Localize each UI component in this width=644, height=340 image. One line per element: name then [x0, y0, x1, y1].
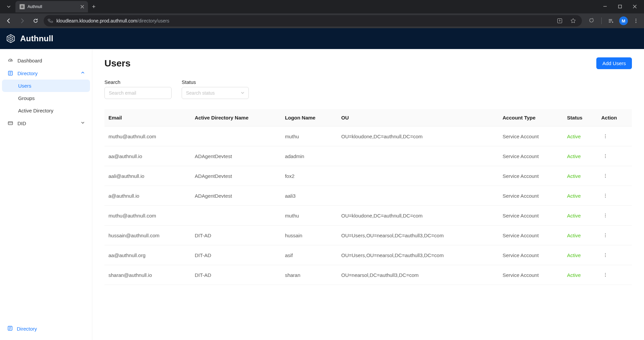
cell-logon-name: fox2 [281, 166, 337, 186]
row-action-menu[interactable] [601, 271, 609, 279]
cell-ou [337, 146, 498, 166]
row-action-menu[interactable] [601, 132, 609, 140]
sidebar-item-dashboard[interactable]: Dashboard [2, 54, 90, 67]
cell-ou [337, 186, 498, 206]
svg-point-45 [605, 215, 606, 216]
sidebar-item-directory[interactable]: Directory [2, 67, 90, 80]
status-badge: Active [567, 213, 581, 218]
sidebar-bottom-directory[interactable]: Directory [2, 322, 90, 335]
cell-action [597, 186, 632, 206]
cell-account-type: Service Account [499, 226, 563, 245]
row-action-menu[interactable] [601, 211, 609, 220]
add-users-button[interactable]: Add Users [596, 57, 632, 69]
svg-point-14 [636, 22, 637, 23]
directory-icon [7, 70, 13, 76]
cell-ad-name: DIT-AD [191, 245, 281, 265]
row-action-menu[interactable] [601, 152, 609, 160]
cell-logon-name: aali3 [281, 186, 337, 206]
cell-status: Active [563, 186, 597, 206]
address-bar[interactable]: kloudlearn.kloudone.prod.authnull.com/di… [44, 15, 582, 27]
status-placeholder: Search status [186, 90, 215, 96]
cell-email: a@authnull.io [104, 186, 191, 206]
media-controls-button[interactable] [606, 16, 616, 26]
dots-vertical-icon [603, 253, 608, 257]
tab-area: Authnull + [3, 1, 100, 12]
search-input[interactable] [104, 87, 172, 99]
chrome-menu-button[interactable] [631, 16, 641, 26]
filter-status: Status Search status [182, 79, 249, 99]
dots-vertical-icon [603, 213, 608, 218]
cell-logon-name: adadmin [281, 146, 337, 166]
sidebar-item-groups[interactable]: Groups [2, 92, 90, 104]
install-app-button[interactable] [555, 16, 564, 26]
cell-ou: OU=Users,OU=nearsol,DC=authull3,DC=com [337, 226, 498, 245]
cell-status: Active [563, 226, 597, 245]
sidebar-item-label: Directory [17, 70, 38, 76]
search-label: Search [104, 79, 172, 85]
cell-action [597, 265, 632, 285]
table-row: a@authnull.ioADAgentDevtestaali3Service … [104, 186, 632, 206]
cell-status: Active [563, 206, 597, 226]
page-title: Users [104, 58, 131, 69]
cell-logon-name: muthu [281, 127, 337, 146]
nav-reload-button[interactable] [30, 15, 41, 26]
window-minimize-button[interactable] [601, 4, 609, 9]
row-action-menu[interactable] [601, 192, 609, 200]
table-row: aa@authnull.orgDIT-ADasifOU=Users,OU=nea… [104, 245, 632, 265]
nav-forward-button[interactable] [17, 15, 28, 26]
svg-rect-1 [21, 5, 24, 8]
svg-point-35 [605, 154, 606, 155]
status-badge: Active [567, 173, 581, 179]
tab-close-button[interactable] [81, 4, 84, 9]
sidebar-item-users[interactable]: Users [2, 80, 90, 92]
svg-point-55 [605, 276, 606, 277]
new-tab-button[interactable]: + [88, 3, 100, 10]
media-icon [608, 18, 614, 24]
row-action-menu[interactable] [601, 231, 609, 239]
cell-account-type: Service Account [499, 206, 563, 226]
cell-status: Active [563, 127, 597, 146]
cell-action [597, 146, 632, 166]
site-settings-icon[interactable] [48, 18, 53, 23]
col-action: Action [597, 109, 632, 127]
chevron-down-icon [241, 90, 244, 96]
cell-ou: OU=kloudone,DC=authnull,DC=com [337, 206, 498, 226]
row-action-menu[interactable] [601, 172, 609, 180]
window-maximize-button[interactable] [616, 4, 624, 9]
cell-account-type: Service Account [499, 245, 563, 265]
card-icon [7, 120, 13, 126]
window-close-button[interactable] [631, 4, 639, 9]
cell-ou: OU=nearsol,DC=authull3,DC=com [337, 265, 498, 285]
bookmark-button[interactable] [568, 16, 578, 26]
svg-point-48 [605, 235, 606, 236]
arrow-right-icon [19, 18, 25, 24]
arrow-left-icon [6, 18, 12, 24]
sidebar-item-did[interactable]: DID [2, 117, 90, 130]
nav-back-button[interactable] [3, 15, 14, 26]
row-action-menu[interactable] [601, 251, 609, 259]
profile-avatar[interactable]: M [619, 16, 628, 25]
browser-toolbar: kloudlearn.kloudone.prod.authnull.com/di… [0, 13, 644, 28]
address-text: kloudlearn.kloudone.prod.authnull.com/di… [56, 18, 169, 23]
cell-email: muthu@authnull.com [104, 127, 191, 146]
cell-ou: OU=Users,OU=nearsol,DC=authull3,DC=com [337, 245, 498, 265]
extensions-button[interactable] [587, 16, 597, 26]
cell-account-type: Service Account [499, 166, 563, 186]
install-icon [557, 18, 563, 24]
sidebar-item-active-directory[interactable]: Active Directory [2, 104, 90, 117]
dots-vertical-icon [603, 233, 608, 238]
svg-point-52 [605, 256, 606, 257]
tab-search-dropdown[interactable] [4, 2, 13, 11]
status-select[interactable]: Search status [182, 87, 249, 99]
browser-tab[interactable]: Authnull [15, 1, 88, 12]
col-status: Status [563, 109, 597, 127]
dots-vertical-icon [603, 154, 608, 158]
svg-point-44 [605, 213, 606, 214]
brand-logo-icon [6, 34, 15, 43]
status-label: Status [182, 79, 249, 85]
table-row: hussain@authnull.comDIT-ADhussainOU=User… [104, 226, 632, 245]
cell-action [597, 206, 632, 226]
svg-point-36 [605, 156, 606, 156]
puzzle-icon [589, 18, 595, 24]
tab-title: Authnull [28, 4, 78, 9]
